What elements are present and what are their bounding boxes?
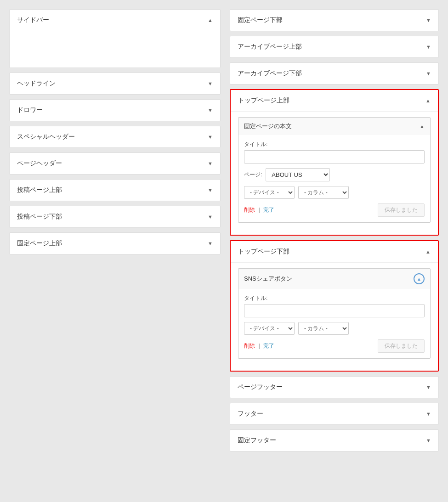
column-select[interactable]: - カラム - <box>298 186 349 199</box>
panel-page-footer-header[interactable]: ページフッター ▼ <box>230 377 438 398</box>
panel-drawer: ドロワー ▼ <box>9 99 221 121</box>
sub-panel-fixed-page-body-header[interactable]: 固定ページの本文 ▲ <box>238 118 430 135</box>
panel-fixed-footer-header[interactable]: 固定フッター ▼ <box>230 430 438 451</box>
panel-page-footer-label: ページフッター <box>238 383 283 391</box>
save-button[interactable]: 保存しました <box>378 203 425 217</box>
panel-special-header-label: スペシャルヘッダー <box>17 133 75 141</box>
sub-panel-sns-header[interactable]: SNSシェアボタン ▲ <box>238 269 430 289</box>
panel-special-header-arrow: ▼ <box>208 134 213 140</box>
title-input[interactable] <box>244 150 425 164</box>
panel-archive-page-bottom-header[interactable]: アーカイブページ下部 ▼ <box>230 63 438 84</box>
panel-archive-page-top-arrow: ▼ <box>426 44 431 50</box>
panel-headline-header[interactable]: ヘッドライン ▼ <box>10 73 220 94</box>
action-links: 削除 | 完了 <box>244 206 274 214</box>
title-field-label: タイトル: <box>244 141 425 148</box>
sns-actions-row: 削除 | 完了 保存しました <box>244 339 425 353</box>
panel-fixed-page-bottom-arrow: ▼ <box>426 17 431 23</box>
panel-archive-page-top: アーカイブページ上部 ▼ <box>230 36 439 58</box>
panel-fixed-page-bottom-label: 固定ページ下部 <box>238 16 283 24</box>
panel-archive-page-bottom: アーカイブページ下部 ▼ <box>230 62 439 85</box>
panel-top-page-top-header[interactable]: トップページ上部 ▲ <box>231 90 438 111</box>
panel-page-footer: ページフッター ▼ <box>230 376 439 398</box>
page-row: ページ: ABOUT US HOME CONTACT BLOG <box>244 168 425 181</box>
panel-page-header-arrow: ▼ <box>208 161 213 166</box>
panel-drawer-arrow: ▼ <box>208 107 213 113</box>
main-layout: サイドバー ▲ ヘッドライン ▼ ドロワー ▼ スペシャルヘッダー ▼ <box>9 9 439 451</box>
sub-panel-sns-label: SNSシェアボタン <box>244 275 292 283</box>
sns-title-input[interactable] <box>244 304 425 317</box>
panel-sidebar-header[interactable]: サイドバー ▲ <box>10 10 220 31</box>
device-select[interactable]: - デバイス - <box>244 186 295 199</box>
title-field-group: タイトル: <box>244 141 425 164</box>
panel-fixed-footer: 固定フッター ▼ <box>230 429 439 451</box>
panel-post-page-top-label: 投稿ページ上部 <box>17 186 62 194</box>
panel-archive-page-bottom-label: アーカイブページ下部 <box>238 69 302 78</box>
sns-title-field-group: タイトル: <box>244 294 425 317</box>
panel-sidebar-arrow: ▲ <box>208 17 213 23</box>
panel-footer-header[interactable]: フッター ▼ <box>230 403 438 424</box>
panel-footer-arrow: ▼ <box>426 411 431 417</box>
panel-top-page-top: トップページ上部 ▲ 固定ページの本文 ▲ タイトル: <box>230 89 439 236</box>
sub-panel-fixed-page-body: 固定ページの本文 ▲ タイトル: ページ: ABOUT <box>238 117 431 223</box>
device-column-row: - デバイス - - カラム - <box>244 186 425 199</box>
panel-fixed-footer-arrow: ▼ <box>426 438 431 443</box>
panel-fixed-page-bottom-header[interactable]: 固定ページ下部 ▼ <box>230 10 438 31</box>
panel-post-page-top-arrow: ▼ <box>208 187 213 193</box>
panel-post-page-bottom: 投稿ページ下部 ▼ <box>9 206 221 228</box>
panel-fixed-page-top-header[interactable]: 固定ページ上部 ▼ <box>10 233 220 254</box>
sub-panel-sns-content: タイトル: - デバイス - - カラム - <box>238 289 430 358</box>
panel-footer-label: フッター <box>238 410 263 418</box>
sns-separator: | <box>259 343 260 349</box>
sns-circle-button[interactable]: ▲ <box>414 273 425 284</box>
panel-archive-page-top-header[interactable]: アーカイブページ上部 ▼ <box>230 36 438 57</box>
panel-top-page-bottom-arrow: ▲ <box>425 249 431 254</box>
sns-column-select[interactable]: - カラム - <box>298 322 349 335</box>
panel-top-page-top-label: トップページ上部 <box>238 96 289 105</box>
panel-top-page-top-arrow: ▲ <box>425 98 431 103</box>
sidebar-spacer <box>10 31 220 68</box>
panel-page-header-header[interactable]: ページヘッダー ▼ <box>10 153 220 174</box>
panel-top-page-bottom: トップページ下部 ▲ SNSシェアボタン ▲ タイトル: <box>230 240 439 372</box>
panel-post-page-bottom-header[interactable]: 投稿ページ下部 ▼ <box>10 206 220 227</box>
panel-post-page-top: 投稿ページ上部 ▼ <box>9 179 221 201</box>
sns-save-button[interactable]: 保存しました <box>378 339 425 353</box>
sns-delete-link[interactable]: 削除 <box>244 343 255 349</box>
panel-archive-page-bottom-arrow: ▼ <box>426 71 431 76</box>
panel-headline-label: ヘッドライン <box>17 79 56 88</box>
actions-row: 削除 | 完了 保存しました <box>244 203 425 217</box>
panel-archive-page-top-label: アーカイブページ上部 <box>238 43 302 51</box>
panel-sidebar-label: サイドバー <box>17 16 49 24</box>
panel-top-page-bottom-header[interactable]: トップページ下部 ▲ <box>231 241 438 262</box>
panel-fixed-page-top: 固定ページ上部 ▼ <box>9 232 221 254</box>
page-select[interactable]: ABOUT US HOME CONTACT BLOG <box>266 168 330 181</box>
panel-footer: フッター ▼ <box>230 403 439 425</box>
panel-sidebar: サイドバー ▲ <box>9 9 221 68</box>
left-column: サイドバー ▲ ヘッドライン ▼ ドロワー ▼ スペシャルヘッダー ▼ <box>9 9 221 254</box>
panel-drawer-label: ドロワー <box>17 106 43 114</box>
complete-link[interactable]: 完了 <box>263 207 274 213</box>
panel-fixed-footer-label: 固定フッター <box>238 436 276 445</box>
sns-device-column-row: - デバイス - - カラム - <box>244 322 425 335</box>
sns-device-select[interactable]: - デバイス - <box>244 322 295 335</box>
sub-panel-fixed-page-body-content: タイトル: ページ: ABOUT US HOME CONTACT BLOG <box>238 135 430 222</box>
sub-panel-fixed-page-body-arrow: ▲ <box>420 124 425 129</box>
panel-fixed-page-top-label: 固定ページ上部 <box>17 239 62 248</box>
panel-post-page-top-header[interactable]: 投稿ページ上部 ▼ <box>10 180 220 201</box>
panel-special-header: スペシャルヘッダー ▼ <box>9 126 221 148</box>
panel-special-header-header[interactable]: スペシャルヘッダー ▼ <box>10 126 220 147</box>
panel-page-header: ページヘッダー ▼ <box>9 152 221 175</box>
panel-fixed-page-bottom: 固定ページ下部 ▼ <box>230 9 439 31</box>
delete-link[interactable]: 削除 <box>244 207 255 213</box>
page-row-label: ページ: <box>244 171 262 179</box>
panel-drawer-header[interactable]: ドロワー ▼ <box>10 100 220 121</box>
panel-top-page-top-content: 固定ページの本文 ▲ タイトル: ページ: ABOUT <box>231 111 438 235</box>
panel-page-header-label: ページヘッダー <box>17 159 62 168</box>
right-column: 固定ページ下部 ▼ アーカイブページ上部 ▼ アーカイブページ下部 ▼ トップペ… <box>230 9 439 451</box>
panel-post-page-bottom-label: 投稿ページ下部 <box>17 213 62 221</box>
panel-headline: ヘッドライン ▼ <box>9 73 221 95</box>
panel-headline-arrow: ▼ <box>208 81 213 86</box>
sub-panel-fixed-page-body-label: 固定ページの本文 <box>244 122 292 130</box>
sns-action-links: 削除 | 完了 <box>244 342 274 350</box>
panel-top-page-bottom-content: SNSシェアボタン ▲ タイトル: - デバイス - <box>231 262 438 371</box>
sns-complete-link[interactable]: 完了 <box>263 343 274 349</box>
